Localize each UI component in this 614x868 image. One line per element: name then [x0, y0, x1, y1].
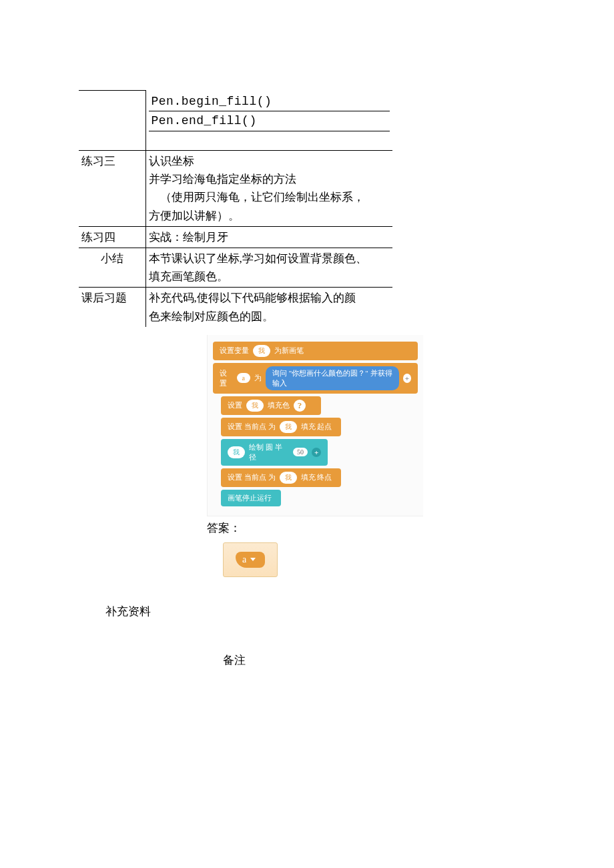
answer-pill: a — [236, 552, 265, 568]
b5-pill: 我 — [228, 446, 245, 458]
block-fill-start: 设置 当前点 为 我 填充 起点 — [221, 418, 341, 436]
row2-label: 练习四 — [79, 226, 145, 248]
row4-label: 课后习题 — [79, 288, 145, 327]
plus-icon-2: + — [312, 448, 321, 457]
row1-line4: 方便加以讲解）。 — [149, 207, 390, 225]
block-code-image: 设置变量 我 为新画笔 设置 a 为 询问 "你想画什么颜色的圆？" 并获得输入… — [207, 335, 423, 516]
row0-label — [79, 91, 145, 151]
b3-pill: 我 — [246, 400, 264, 412]
row1-line3: （使用两只海龟，让它们绘制出坐标系， — [149, 188, 390, 206]
answer-label: 答案： — [207, 520, 614, 536]
row3-label: 小结 — [79, 248, 145, 287]
b6-mid: 填充 终点 — [301, 472, 332, 482]
b3-left: 设置 — [228, 400, 242, 410]
b5-num: 50 — [293, 448, 308, 456]
b1-right: 为新画笔 — [274, 346, 304, 356]
block-set-a: 设置 a 为 询问 "你想画什么颜色的圆？" 并获得输入 + — [213, 363, 418, 394]
b2-mid: 为 — [254, 373, 262, 383]
question-icon: ? — [294, 400, 306, 412]
row1-line1: 认识坐标 — [149, 152, 390, 170]
row4-content: 补充代码,使得以下代码能够根据输入的颜 色来绘制对应颜色的圆。 — [145, 288, 392, 327]
b6-left: 设置 当前点 为 — [228, 472, 276, 482]
row4-line2: 色来绘制对应颜色的圆。 — [149, 308, 390, 326]
b1-left: 设置变量 — [220, 346, 249, 356]
row4-line1: 补充代码,使得以下代码能够根据输入的颜 — [149, 289, 390, 307]
lesson-table: Pen.begin_fill() Pen.end_fill() 练习三 认识坐标… — [79, 90, 392, 327]
answer-box: a — [223, 542, 278, 577]
plus-icon: + — [403, 374, 411, 383]
answer-value: a — [242, 554, 246, 565]
row1-label: 练习三 — [79, 151, 145, 227]
supplement-label: 补充资料 — [105, 605, 151, 618]
block-stop: 画笔停止运行 — [221, 490, 281, 506]
dropdown-icon — [250, 558, 256, 561]
row3-line1: 本节课认识了坐标,学习如何设置背景颜色、 — [149, 250, 390, 268]
block-fill-color: 设置 我 填充色 ? — [221, 396, 321, 415]
row0-content: Pen.begin_fill() Pen.end_fill() — [145, 91, 392, 151]
b4-pill: 我 — [280, 421, 297, 433]
block-draw-circle: 我 绘制 圆 半径 50 + — [221, 439, 328, 466]
row1-content: 认识坐标 并学习给海龟指定坐标的方法 （使用两只海龟，让它们绘制出坐标系， 方便… — [145, 151, 392, 227]
footer-section: 补充资料 备注 — [105, 604, 614, 668]
b5-left: 绘制 圆 半径 — [249, 442, 289, 462]
row3-line2: 填充画笔颜色。 — [149, 268, 390, 286]
b2-left: 设置 — [220, 368, 233, 388]
b4-left: 设置 当前点 为 — [228, 422, 276, 432]
row2-content: 实战：绘制月牙 — [145, 226, 392, 248]
code-line-2: Pen.end_fill() — [149, 111, 390, 131]
code-line-1: Pen.begin_fill() — [149, 92, 390, 112]
b6-pill: 我 — [280, 472, 297, 484]
block-fill-end: 设置 当前点 为 我 填充 终点 — [221, 468, 341, 487]
block-set-variable: 设置变量 我 为新画笔 — [213, 342, 418, 360]
b7-text: 画笔停止运行 — [228, 493, 272, 503]
b2-pill: a — [237, 373, 250, 383]
notes-label: 备注 — [223, 653, 614, 668]
b3-mid: 填充色 — [268, 400, 290, 410]
b4-mid: 填充 起点 — [301, 422, 332, 432]
row1-line2: 并学习给海龟指定坐标的方法 — [149, 170, 390, 188]
b1-pill: 我 — [253, 345, 270, 357]
b2-ask: 询问 "你想画什么颜色的圆？" 并获得输入 — [266, 366, 398, 390]
row3-content: 本节课认识了坐标,学习如何设置背景颜色、 填充画笔颜色。 — [145, 248, 392, 287]
